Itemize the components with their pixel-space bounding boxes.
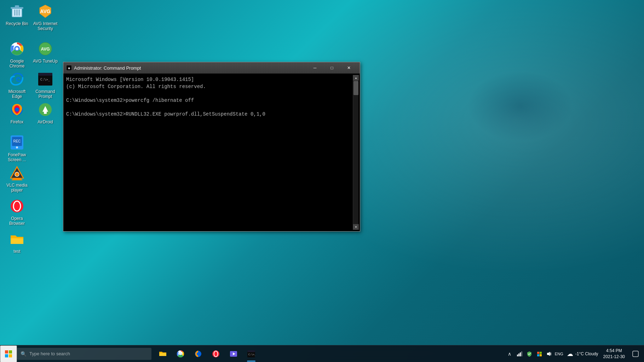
desktop-icon-opera[interactable]: Opera Browser (3, 196, 31, 227)
svg-point-22 (16, 146, 18, 148)
svg-text:C:\>_: C:\>_ (40, 78, 50, 81)
cmd-window: ■ Administrator: Command Prompt ─ □ ✕ Mi… (63, 62, 360, 232)
clock[interactable]: 4:54 PM 2021-12-30 (600, 345, 628, 362)
clock-date: 2021-12-30 (603, 354, 625, 360)
svg-point-11 (16, 47, 18, 50)
desktop-icon-firefox[interactable]: Firefox (3, 100, 31, 126)
avg-internet-label: AVG Internet Security (33, 21, 58, 31)
search-input[interactable] (29, 351, 148, 356)
avg-internet-icon: AVG (37, 3, 54, 20)
desktop-icon-chrome[interactable]: Google Chrome (3, 39, 31, 70)
opera-icon (8, 198, 25, 215)
svg-rect-33 (9, 350, 12, 354)
cmd-title-text: Administrator: Command Prompt (74, 65, 305, 71)
clock-time: 4:54 PM (606, 348, 622, 354)
chrome-label: Google Chrome (4, 59, 30, 69)
search-icon: 🔍 (21, 351, 27, 357)
svg-rect-54 (537, 354, 539, 356)
svg-marker-56 (547, 352, 550, 356)
svg-rect-55 (540, 354, 542, 356)
tray-weather-icon: ☁ (567, 350, 573, 358)
edge-icon (8, 71, 25, 88)
cmd-icon: C:\>_ (37, 71, 54, 88)
svg-rect-32 (5, 350, 8, 354)
svg-rect-51 (521, 351, 522, 356)
cmd-label: Command Prompt (33, 89, 58, 99)
airdroid-icon (37, 101, 54, 118)
recycle-bin-icon (8, 3, 25, 20)
tray-chevron[interactable]: ∧ (505, 348, 514, 360)
desktop-icon-airdroid[interactable]: AirDroid (31, 100, 59, 126)
tray-shield-icon[interactable] (525, 348, 534, 360)
tray-speaker-icon[interactable] (545, 348, 553, 360)
cmd-minimize-button[interactable]: ─ (307, 63, 323, 73)
desktop-icon-cmd[interactable]: C:\>_ Command Prompt (31, 69, 59, 100)
svg-rect-50 (520, 352, 521, 356)
desktop-icon-recycle-bin[interactable]: Recycle Bin (3, 1, 31, 28)
svg-point-38 (180, 353, 182, 355)
desktop-icon-edge[interactable]: Microsoft Edge (3, 69, 31, 100)
desktop-icon-avg-tuneup[interactable]: AVG AVG TuneUp (31, 39, 59, 65)
scroll-down-arrow[interactable]: ▼ (353, 224, 359, 230)
tray-lang[interactable]: ENG (555, 348, 563, 360)
taskbar-right: ∧ (505, 345, 644, 362)
airdroid-label: AirDroid (33, 119, 58, 124)
taskbar: 🔍 (0, 345, 644, 362)
scroll-track (353, 81, 358, 224)
scroll-thumb[interactable] (353, 81, 358, 95)
svg-point-29 (15, 172, 19, 176)
svg-rect-35 (9, 354, 12, 357)
svg-text:AVG: AVG (41, 47, 50, 52)
cmd-titlebar: ■ Administrator: Command Prompt ─ □ ✕ (63, 62, 360, 74)
edge-label: Microsoft Edge (4, 89, 30, 99)
svg-rect-34 (5, 354, 8, 357)
system-tray: ∧ (505, 348, 563, 360)
fonepaw-label: FonePaw Screen ... (4, 152, 30, 162)
desktop: Recycle Bin AVG AVG Internet Security (0, 0, 644, 362)
taskbar-icon-file-explorer[interactable] (154, 345, 171, 362)
svg-rect-57 (633, 351, 638, 357)
fonepaw-icon: REC (8, 134, 25, 151)
firefox-icon (8, 101, 25, 118)
svg-rect-27 (13, 178, 21, 179)
search-bar[interactable]: 🔍 (17, 348, 151, 360)
desktop-icon-test[interactable]: test (3, 229, 31, 255)
cmd-title-icon: ■ (66, 65, 72, 71)
cmd-scrollbar[interactable]: ▲ ▼ (353, 75, 358, 230)
test-folder-icon (8, 230, 25, 247)
taskbar-icon-opera[interactable] (207, 345, 224, 362)
tray-windows-security-icon[interactable] (535, 348, 544, 360)
taskbar-icon-chrome[interactable] (172, 345, 189, 362)
test-label: test (4, 249, 30, 254)
scroll-up-arrow[interactable]: ▲ (353, 75, 359, 81)
cmd-content[interactable]: Microsoft Windows [Version 10.0.19043.14… (65, 75, 353, 230)
svg-point-18 (15, 107, 19, 112)
taskbar-icon-firefox[interactable] (190, 345, 207, 362)
svg-rect-15 (38, 73, 52, 76)
cmd-body: Microsoft Windows [Version 10.0.19043.14… (63, 74, 360, 231)
svg-rect-28 (12, 179, 22, 180)
svg-point-40 (197, 352, 200, 355)
start-button[interactable] (0, 345, 17, 362)
cmd-close-button[interactable]: ✕ (341, 63, 357, 73)
svg-rect-20 (44, 112, 47, 114)
taskbar-icon-cmd[interactable]: C:\>_ (243, 345, 260, 362)
chrome-icon (8, 40, 25, 57)
taskbar-icon-misc[interactable] (225, 345, 242, 362)
notification-button[interactable] (630, 345, 641, 362)
desktop-icon-fonepaw[interactable]: REC FonePaw Screen ... (3, 133, 31, 164)
vlc-icon (8, 164, 25, 181)
firefox-label: Firefox (4, 119, 30, 124)
svg-text:REC: REC (13, 139, 21, 143)
svg-text:C:\>_: C:\>_ (248, 353, 255, 356)
vlc-label: VLC media player (4, 183, 30, 193)
svg-rect-53 (540, 352, 542, 354)
avg-tuneup-icon: AVG (37, 40, 54, 57)
cmd-maximize-button[interactable]: □ (324, 63, 340, 73)
svg-rect-46 (247, 350, 255, 352)
desktop-icon-vlc[interactable]: VLC media player (3, 163, 31, 194)
opera-label: Opera Browser (4, 216, 30, 226)
desktop-icon-avg-internet[interactable]: AVG AVG Internet Security (31, 1, 59, 33)
tray-weather-text: -1°C Cloudy (575, 351, 598, 356)
tray-network-icon[interactable] (515, 348, 524, 360)
